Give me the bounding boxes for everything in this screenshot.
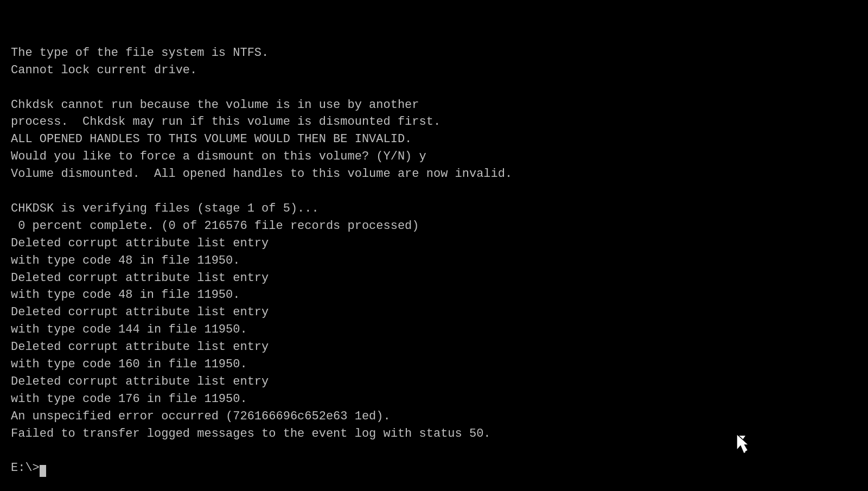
- terminal-output: The type of the file system is NTFS.Cann…: [11, 44, 857, 477]
- terminal-line: process. Chkdsk may run if this volume i…: [11, 113, 857, 131]
- terminal-line: with type code 176 in file 11950.: [11, 391, 857, 408]
- terminal-line: E:\>: [11, 460, 857, 477]
- terminal-line: 0 percent complete. (0 of 216576 file re…: [11, 218, 857, 235]
- terminal-line: with type code 48 in file 11950.: [11, 252, 857, 270]
- terminal-line: with type code 160 in file 11950.: [11, 356, 857, 373]
- terminal-line: [11, 79, 857, 97]
- terminal-cursor: [40, 465, 46, 477]
- terminal-line: Deleted corrupt attribute list entry: [11, 235, 857, 252]
- terminal-line: with type code 144 in file 11950.: [11, 321, 857, 339]
- terminal-line: Cannot lock current drive.: [11, 62, 857, 79]
- terminal-line: Deleted corrupt attribute list entry: [11, 373, 857, 391]
- terminal-line: CHKDSK is verifying files (stage 1 of 5)…: [11, 200, 857, 218]
- terminal-line: Deleted corrupt attribute list entry: [11, 270, 857, 287]
- terminal-line: The type of the file system is NTFS.: [11, 44, 857, 62]
- terminal-line: Would you like to force a dismount on th…: [11, 148, 857, 165]
- terminal-line: Chkdsk cannot run because the volume is …: [11, 97, 857, 114]
- terminal-line: ALL OPENED HANDLES TO THIS VOLUME WOULD …: [11, 131, 857, 148]
- terminal-line: An unspecified error occurred (726166696…: [11, 408, 857, 425]
- prompt-line: E:\>: [11, 460, 40, 477]
- terminal-line: [11, 183, 857, 200]
- terminal-line: [11, 442, 857, 460]
- terminal-line: Deleted corrupt attribute list entry: [11, 304, 857, 321]
- terminal-line: Volume dismounted. All opened handles to…: [11, 165, 857, 183]
- terminal-line: with type code 48 in file 11950.: [11, 286, 857, 304]
- terminal-window: The type of the file system is NTFS.Cann…: [11, 10, 857, 491]
- terminal-line: Failed to transfer logged messages to th…: [11, 425, 857, 443]
- terminal-line: Deleted corrupt attribute list entry: [11, 339, 857, 356]
